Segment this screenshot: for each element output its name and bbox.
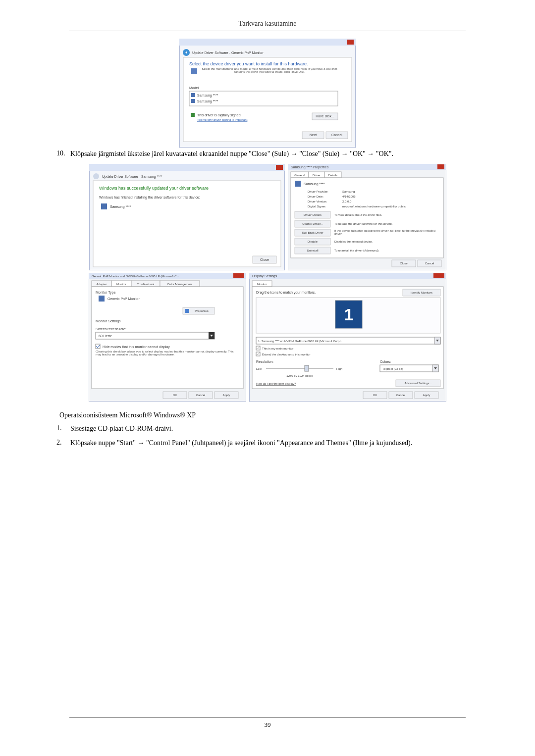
- model-item-2[interactable]: Samsung ****: [197, 100, 218, 103]
- svg-text:Highest (32 bit): Highest (32 bit): [383, 367, 403, 370]
- monitor-icon: [99, 296, 105, 302]
- shield-check-icon: [191, 113, 195, 117]
- close-icon[interactable]: [347, 40, 354, 45]
- close-icon[interactable]: [437, 164, 444, 169]
- step-number-2: 2.: [56, 439, 70, 448]
- svg-text:Apply: Apply: [222, 394, 230, 397]
- driver-select-dialog: Update Driver Software - Generic PnP Mon…: [179, 39, 356, 148]
- window-title: Display Settings: [252, 274, 277, 278]
- extend-desktop-label: Extend the desktop onto this monitor: [262, 353, 310, 356]
- success-subtext: Windows has finished installing the driv…: [99, 196, 200, 200]
- svg-text:microsoft windows hardware com: microsoft windows hardware compatibility…: [342, 205, 406, 208]
- resolution-slider[interactable]: [305, 365, 309, 371]
- monitor-icon: [191, 99, 195, 103]
- refresh-label: Screen refresh rate:: [96, 327, 126, 331]
- svg-text:Details: Details: [328, 174, 337, 177]
- close-icon[interactable]: [233, 273, 244, 278]
- back-icon: [93, 173, 99, 179]
- svg-text:Have Disk...: Have Disk...: [316, 114, 334, 118]
- resolution-value: 1280 by 1024 pixels: [286, 374, 313, 377]
- dialog-subtext: Select the manufacturer and model of you…: [200, 67, 339, 73]
- hide-modes-label: Hide modes that this monitor cannot disp…: [103, 345, 170, 349]
- svg-text:Driver Date:: Driver Date:: [308, 195, 323, 198]
- svg-text:Disables the selected device.: Disables the selected device.: [334, 240, 373, 243]
- window-title: Generic PnP Monitor and NVIDIA GeForce 6…: [92, 275, 181, 278]
- svg-text:To update the driver software : To update the driver software for this d…: [334, 222, 393, 225]
- svg-text:2.0.0.0: 2.0.0.0: [342, 200, 352, 203]
- success-title: Windows has successfully updated your dr…: [99, 186, 209, 191]
- monitor-type-label: Monitor Type: [96, 291, 115, 295]
- svg-text:Monitor: Monitor: [257, 283, 267, 286]
- page-number: 39: [69, 717, 466, 729]
- model-label: Model: [189, 86, 199, 90]
- svg-text:60 Hertz: 60 Hertz: [99, 334, 112, 338]
- svg-text:General: General: [294, 174, 305, 177]
- svg-text:Identify Monitors: Identify Monitors: [411, 291, 432, 294]
- monitor-icon: [191, 93, 195, 97]
- refresh-dropdown[interactable]: [96, 332, 214, 339]
- svg-text:Close: Close: [260, 258, 269, 261]
- svg-text:1. Samsung **** on NVIDIA GeFo: 1. Samsung **** on NVIDIA GeForce 6600 L…: [258, 340, 341, 343]
- svg-text:1: 1: [344, 305, 354, 324]
- svg-text:Driver: Driver: [313, 174, 321, 177]
- svg-text:Driver Provider:: Driver Provider:: [308, 190, 328, 193]
- hide-modes-desc: Clearing this check box allows you to se…: [96, 350, 234, 356]
- svg-text:OK: OK: [173, 394, 177, 397]
- svg-text:Cancel: Cancel: [331, 133, 342, 137]
- monitor-settings-label: Monitor Settings: [96, 319, 121, 323]
- svg-text:Color Management: Color Management: [167, 283, 192, 286]
- svg-rect-49: [249, 273, 446, 279]
- step-number-10: 10.: [56, 150, 70, 159]
- breadcrumb: Update Driver Software - Generic PnP Mon…: [192, 51, 264, 55]
- svg-text:To view details about the driv: To view details about the driver files.: [334, 213, 382, 216]
- svg-text:Driver Details: Driver Details: [303, 213, 321, 216]
- close-icon[interactable]: [276, 165, 283, 170]
- svg-text:Properties: Properties: [195, 309, 208, 312]
- svg-text:Disable: Disable: [307, 240, 318, 243]
- resolution-label: Resolution:: [256, 360, 273, 363]
- signed-text: This driver is digitally signed.: [197, 113, 242, 117]
- device-name: Samsung ****: [110, 205, 131, 209]
- shield-icon: [185, 309, 189, 313]
- svg-text:Digital Signer:: Digital Signer:: [308, 205, 326, 208]
- svg-text:Cancel: Cancel: [396, 394, 406, 397]
- close-icon[interactable]: [433, 273, 444, 278]
- model-item-1[interactable]: Samsung ****: [197, 94, 218, 98]
- svg-text:Low: Low: [256, 367, 262, 370]
- page-header: Tarkvara kasutamine: [69, 20, 466, 31]
- svg-text:Roll Back Driver: Roll Back Driver: [302, 231, 323, 234]
- step-number-1: 1.: [56, 424, 70, 434]
- signing-link[interactable]: Tell me why driver signing is important: [197, 118, 248, 121]
- svg-text:Adapter: Adapter: [96, 283, 107, 286]
- drag-text: Drag the icons to match your monitors.: [256, 291, 316, 295]
- monitor-icon: [295, 181, 301, 187]
- svg-text:Cancel: Cancel: [425, 262, 434, 265]
- svg-text:4/14/2005: 4/14/2005: [342, 195, 356, 198]
- monitor-icon: [101, 203, 107, 209]
- main-monitor-label: This is my main monitor: [262, 347, 293, 350]
- svg-text:Next: Next: [310, 133, 317, 137]
- svg-text:OK: OK: [373, 394, 377, 397]
- colors-label: Colors:: [380, 360, 391, 363]
- update-success-dialog: Update Driver Software - Samsung **** Wi…: [89, 164, 285, 270]
- svg-rect-8: [89, 164, 285, 171]
- svg-text:Driver Version:: Driver Version:: [308, 200, 327, 203]
- step-text-1: Sisestage CD-plaat CD-ROM-draivi.: [70, 424, 481, 434]
- svg-text:Apply: Apply: [423, 394, 430, 397]
- svg-text:Advanced Settings...: Advanced Settings...: [404, 382, 431, 385]
- svg-text:Close: Close: [400, 262, 408, 265]
- os-section-title: Operatsioonisüsteem Microsoft® Windows® …: [59, 411, 481, 419]
- window-title: Samsung **** Properties: [291, 165, 329, 169]
- svg-text:Uninstall: Uninstall: [307, 249, 318, 252]
- info-icon: [191, 68, 197, 74]
- step-text-10: Klõpsake järgmistel üksteise järel kuvat…: [70, 150, 481, 159]
- dialog-title: Select the device driver you want to ins…: [189, 61, 308, 66]
- breadcrumb: Update Driver Software - Samsung ****: [102, 175, 162, 179]
- svg-text:Samsung: Samsung: [342, 190, 355, 193]
- svg-rect-1: [179, 39, 356, 46]
- best-display-link[interactable]: How do I get the best display?: [256, 382, 296, 385]
- display-settings-dialog: Display Settings Monitor Drag the icons …: [249, 273, 446, 402]
- svg-text:Update Driver...: Update Driver...: [302, 222, 323, 225]
- driver-properties-dialog: Samsung **** Properties General Driver D…: [288, 164, 446, 270]
- svg-text:Monitor: Monitor: [116, 283, 126, 286]
